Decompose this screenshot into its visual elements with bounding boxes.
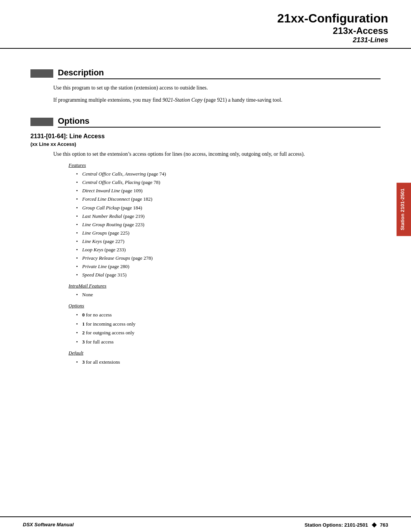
features-label: Features [68, 162, 381, 168]
header-title-sub2: 2131-Lines [23, 36, 388, 44]
options-title: Options [58, 116, 381, 128]
list-item: 3 for full access [76, 337, 381, 346]
description-para2: If programming multiple extensions, you … [53, 96, 381, 104]
main-content: Description Use this program to set up t… [0, 49, 411, 401]
options-header: Options [30, 116, 381, 128]
list-item: 2 for outgoing access only [76, 328, 381, 337]
intramail-list: None [76, 291, 381, 299]
footer-right: Station Options: 2101-2501 ◆ 763 [304, 521, 388, 528]
page-header: 21xx-Configuration 213x-Access 2131-Line… [0, 0, 411, 49]
page: 21xx-Configuration 213x-Access 2131-Line… [0, 0, 411, 532]
options-bar [30, 118, 53, 126]
list-item: Central Office Calls, Placing (page 78) [76, 178, 381, 187]
options-values-list: 0 for no access 1 for incoming access on… [76, 310, 381, 346]
list-item: Group Call Pickup (page 184) [76, 204, 381, 212]
footer-page: 763 [380, 522, 388, 528]
list-item: Line Keys (page 227) [76, 237, 381, 246]
options-section: Options 2131-[01-64]: Line Access (xx Li… [30, 116, 381, 367]
list-item: 1 for incoming access only [76, 320, 381, 328]
features-list: Central Office Calls, Answering (page 74… [76, 170, 381, 279]
description-section: Description Use this program to set up t… [30, 68, 381, 105]
description-header: Description [30, 68, 381, 79]
list-item: Central Office Calls, Answering (page 74… [76, 170, 381, 178]
intramail-label: IntraMail Features [68, 283, 381, 289]
list-item: Direct Inward Line (page 109) [76, 187, 381, 195]
side-tab: Station 2101-2501 [397, 183, 411, 236]
footer-right-text: Station Options: 2101-2501 [304, 522, 368, 528]
description-bar [30, 69, 53, 78]
list-item: Last Number Redial (page 219) [76, 212, 381, 220]
list-item: 0 for no access [76, 310, 381, 319]
subsection-title: 2131-[01-64]: Line Access [30, 133, 381, 140]
list-item: None [76, 291, 381, 299]
list-item: Loop Keys (page 233) [76, 246, 381, 254]
option-description: Use this option to set the extension’s a… [53, 150, 381, 158]
footer-left: DSX Software Manual [23, 522, 74, 527]
list-item: Line Groups (page 225) [76, 229, 381, 237]
list-item: Speed Dial (page 315) [76, 271, 381, 279]
header-title-main: 21xx-Configuration [23, 11, 388, 26]
list-item: Forced Line Disconnect (page 182) [76, 195, 381, 203]
list-item: 3 for all extensions [76, 358, 381, 366]
page-footer: DSX Software Manual Station Options: 210… [0, 516, 411, 532]
default-label: Default [68, 350, 381, 356]
list-item: Privacy Release Groups (page 278) [76, 254, 381, 262]
default-list: 3 for all extensions [76, 358, 381, 366]
options-sub-label: Options [68, 303, 381, 309]
footer-diamond: ◆ [372, 521, 376, 528]
description-para1: Use this program to set up the station (… [53, 84, 381, 92]
description-title: Description [58, 68, 381, 79]
list-item: Line Group Routing (page 223) [76, 220, 381, 229]
subsection-subtitle: (xx Line xx Access) [30, 141, 381, 147]
list-item: Private Line (page 280) [76, 262, 381, 271]
header-title-sub: 213x-Access [23, 26, 388, 36]
